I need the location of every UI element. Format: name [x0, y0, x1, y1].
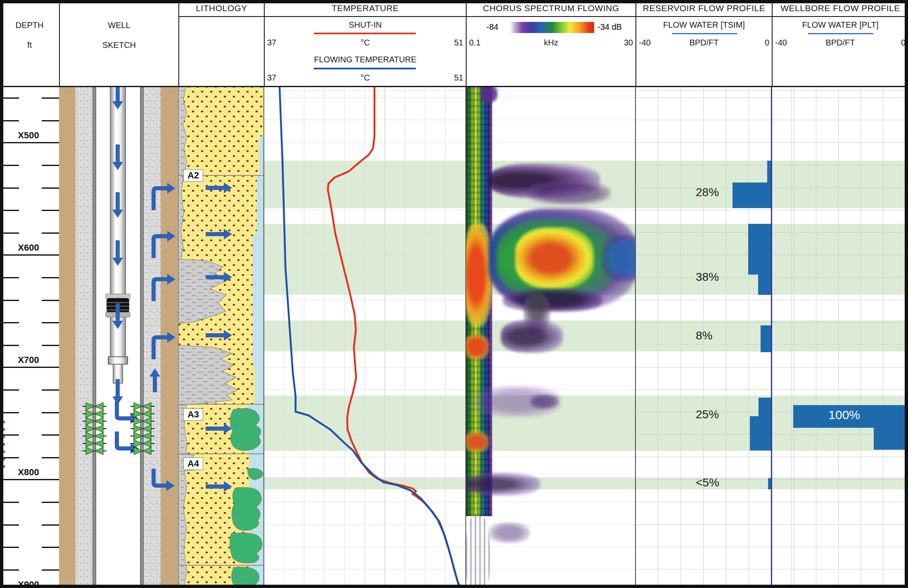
header-bottom-rule: [0, 86, 908, 87]
unit-label-A2: A2: [183, 169, 203, 182]
depth-unit: ft: [0, 40, 59, 50]
unit-label-A3: A3: [183, 408, 203, 421]
flowing-temp-max: 51: [454, 73, 463, 83]
zone-pct-label-3: 25%: [696, 408, 719, 421]
chorus-colorbar: [510, 22, 594, 33]
reservoir-curve-label: FLOW WATER [TSIM]: [636, 20, 772, 30]
wellbore-pct-label: 100%: [828, 408, 860, 422]
header-depth: DEPTH ft: [0, 0, 59, 87]
divider-temp-left: [263, 87, 264, 588]
well-log-display: DEPTH ft WELL SKETCH LITHOLOGY TEMPERATU…: [0, 0, 908, 588]
reservoir-legend-line: [672, 33, 737, 34]
zone-pct-label-1: 38%: [696, 270, 719, 284]
unit-label-A4: A4: [183, 458, 203, 470]
divider-res-left: [635, 87, 636, 588]
divider-litho-left: [178, 87, 179, 588]
zone-pct-label-2: 8%: [696, 329, 712, 342]
wellbore-unit: BPD/FT: [773, 38, 908, 47]
shut-in-max: 51: [454, 38, 463, 47]
zone-pct-label-4: <5%: [696, 476, 719, 489]
reservoir-bar-4: [761, 325, 772, 352]
reservoir-bar-3: [758, 275, 772, 295]
lithology-title-rule: [179, 16, 264, 17]
divider-wellbore-left: [771, 87, 772, 588]
reservoir-title-rule: [636, 16, 772, 17]
chorus-title-rule: [467, 16, 635, 17]
wellbore-legend-line: [808, 33, 873, 34]
wellbore-title: WELLBORE FLOW PROFILE: [773, 3, 908, 13]
wellbore-bar-1: [874, 428, 905, 450]
reservoir-max: 0: [765, 38, 769, 47]
header-reservoir: RESERVOIR FLOW PROFILE FLOW WATER [TSIM]…: [635, 0, 772, 87]
well-sketch-title-2: SKETCH: [60, 40, 178, 50]
zone-pct-label-0: 28%: [696, 186, 719, 199]
header-wellbore: WELLBORE FLOW PROFILE FLOW WATER [PLT] -…: [772, 0, 908, 87]
divider-chorus-left: [465, 87, 466, 588]
reservoir-bar-1: [733, 183, 772, 208]
reservoir-bar-2: [748, 224, 772, 275]
reservoir-bar-6: [750, 416, 772, 450]
chorus-db-max: -34 dB: [597, 22, 622, 32]
temperature-title-rule: [265, 16, 466, 17]
well-sketch-title-1: WELL: [60, 21, 178, 30]
lithology-title: LITHOLOGY: [179, 3, 264, 13]
header-well-sketch: WELL SKETCH: [59, 0, 178, 87]
chorus-db-min: -84: [486, 22, 498, 32]
header-lithology: LITHOLOGY: [178, 0, 264, 87]
wellbore-title-rule: [773, 16, 908, 17]
reservoir-unit: BPD/FT: [636, 38, 772, 47]
chorus-freq-unit: kHz: [467, 38, 635, 47]
shut-in-legend-line: [314, 33, 416, 34]
header-temperature: TEMPERATURE SHUT-IN 37 °C 51 FLOWING TEM…: [264, 0, 466, 87]
flowing-temp-legend-line: [314, 68, 416, 69]
chorus-title: CHORUS SPECTRUM FLOWING: [467, 3, 635, 13]
chorus-freq-max: 30: [624, 38, 633, 47]
flowing-temp-label: FLOWING TEMPERATURE: [265, 55, 466, 64]
reservoir-title: RESERVOIR FLOW PROFILE: [636, 3, 772, 13]
header-chorus: CHORUS SPECTRUM FLOWING -84 -34 dB 0.1 k…: [466, 0, 635, 87]
reservoir-bar-5: [759, 398, 772, 416]
flowing-temperature-curve: [280, 87, 460, 588]
shut-in-unit: °C: [265, 38, 466, 47]
depth-title: DEPTH: [0, 21, 59, 30]
wellbore-max: 0: [901, 38, 906, 47]
wellbore-curve-label: FLOW WATER [PLT]: [773, 20, 908, 30]
shut-in-curve: [328, 87, 461, 588]
temperature-title: TEMPERATURE: [265, 3, 466, 13]
shut-in-label: SHUT-IN: [265, 20, 466, 30]
flowing-temp-unit: °C: [265, 73, 466, 83]
